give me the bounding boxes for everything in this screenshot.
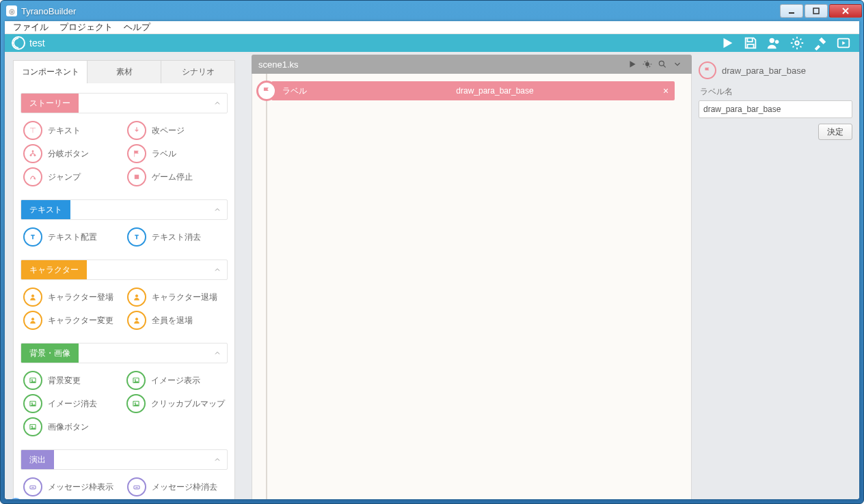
component-item[interactable]: メッセージ枠表示 [23,477,122,497]
svg-point-4 [795,41,799,45]
label-name-input[interactable] [699,100,852,118]
component-label: 分岐ボタン [48,148,89,160]
component-item[interactable]: テキスト [23,120,122,141]
component-item[interactable]: メッセージ枠消去 [127,477,226,497]
component-item[interactable]: 全員を退場 [127,310,226,331]
export-icon[interactable] [835,34,852,52]
svg-point-25 [31,426,33,428]
component-label: メッセージ枠消去 [152,481,217,493]
component-label: クリッカブルマップ [151,398,225,410]
category-header[interactable]: テキスト [21,199,228,220]
component-item[interactable]: ジャンプ [23,167,122,187]
category-image: 背景・画像背景変更イメージ表示イメージ消去クリッカブルマップ画像ボタン [21,343,228,440]
img-icon [126,371,146,390]
category-header[interactable]: 演出 [21,449,228,470]
component-item[interactable]: キャラクター登場 [23,287,122,307]
scene-filename: scene1.ks [258,59,625,70]
splitter[interactable] [241,52,252,499]
component-item[interactable]: キャラクター退場 [127,287,226,307]
component-item[interactable]: 改ページ [127,120,226,141]
timeline-node[interactable]: ラベル draw_para_bar_base × [256,81,675,101]
node-bar[interactable]: ラベル draw_para_bar_base × [271,81,675,100]
component-label: イメージ表示 [151,375,200,387]
component-item[interactable]: ラベル [127,143,226,164]
menu-project[interactable]: プロジェクト [59,21,113,33]
component-item[interactable]: 分岐ボタン [23,143,122,164]
img-icon [23,371,42,390]
scene-play-icon[interactable] [625,59,640,69]
tab-assets[interactable]: 素材 [87,60,161,83]
characters-icon[interactable] [765,34,783,52]
scene-header: scene1.ks [252,55,692,74]
component-label: 改ページ [152,125,185,137]
component-label: 全員を退場 [152,315,193,326]
submit-button[interactable]: 決定 [818,124,852,140]
tab-scenario[interactable]: シナリオ [161,60,235,83]
component-label: キャラクター退場 [152,292,217,303]
svg-point-8 [34,154,36,156]
node-delete-icon[interactable]: × [657,85,675,96]
maximize-button[interactable] [805,4,828,18]
tab-components[interactable]: コンポーネント [13,60,87,83]
component-label: テキスト消去 [152,232,201,243]
svg-text:T: T [135,234,138,240]
category-body: 背景変更イメージ表示イメージ消去クリッカブルマップ画像ボタン [21,363,228,440]
svg-point-6 [32,150,33,152]
project-indicator[interactable]: test [12,36,45,50]
tools-icon[interactable] [811,34,829,52]
category-chip: 背景・画像 [21,344,79,363]
save-icon[interactable] [742,34,759,52]
close-button[interactable] [829,4,862,18]
svg-point-14 [31,318,34,321]
component-label: テキスト [48,125,81,137]
component-label: キャラクター登場 [48,292,113,303]
settings-gear-icon[interactable] [788,34,806,52]
svg-point-12 [31,295,34,298]
components-panel: ストーリーテキスト改ページ分岐ボタンラベルジャンプゲーム停止テキストTテキスト配… [13,83,235,499]
timeline-body[interactable]: ラベル draw_para_bar_base × [252,74,692,499]
chevron-up-icon [208,99,227,107]
minimize-button[interactable] [780,4,803,18]
scene-debug-icon[interactable] [640,59,655,69]
fx-icon [127,477,146,496]
component-item[interactable]: キャラクター変更 [23,310,122,331]
component-label: ラベル [152,148,176,160]
category-header[interactable]: ストーリー [21,93,228,113]
component-item[interactable]: イメージ表示 [126,370,225,391]
component-item[interactable]: Tテキスト消去 [127,227,226,247]
component-item[interactable]: 画像ボタン [23,417,121,437]
scene-search-icon[interactable] [655,59,670,69]
svg-rect-0 [789,12,794,14]
category-chip: ストーリー [21,94,79,113]
flag-icon [699,61,716,79]
svg-point-23 [135,403,136,404]
prop-title: draw_para_bar_base [699,61,852,79]
chevron-up-icon [208,349,227,357]
component-item[interactable]: クリッカブルマップ [126,393,225,414]
flag-icon [256,81,277,101]
flag-icon [127,144,146,163]
component-item[interactable]: 背景変更 [23,370,121,391]
play-icon[interactable] [718,34,736,52]
component-item[interactable]: イメージ消去 [23,393,121,414]
person-icon [23,288,42,307]
category-story: ストーリーテキスト改ページ分岐ボタンラベルジャンプゲーム停止 [21,93,228,190]
category-header[interactable]: 背景・画像 [21,343,228,363]
menu-file[interactable]: ファイル [13,21,49,33]
category-header[interactable]: キャラクター [21,260,228,280]
page-icon [127,121,146,140]
component-item[interactable]: ゲーム停止 [127,167,226,187]
component-label: 背景変更 [48,375,81,387]
workarea: コンポーネント 素材 シナリオ ストーリーテキスト改ページ分岐ボタンラベルジャン… [5,52,859,499]
component-label: メッセージ枠表示 [48,481,113,493]
scene-dropdown-icon[interactable] [670,59,685,69]
tabs: コンポーネント 素材 シナリオ [13,60,235,83]
menu-help[interactable]: ヘルプ [124,21,150,33]
selected-name: draw_para_bar_base [722,66,806,76]
component-item[interactable]: Tテキスト配置 [23,227,122,247]
text-icon [23,121,42,140]
window-controls [779,4,862,18]
category-chip: キャラクター [21,260,87,279]
chevron-up-icon [208,456,227,464]
svg-point-3 [775,40,779,44]
